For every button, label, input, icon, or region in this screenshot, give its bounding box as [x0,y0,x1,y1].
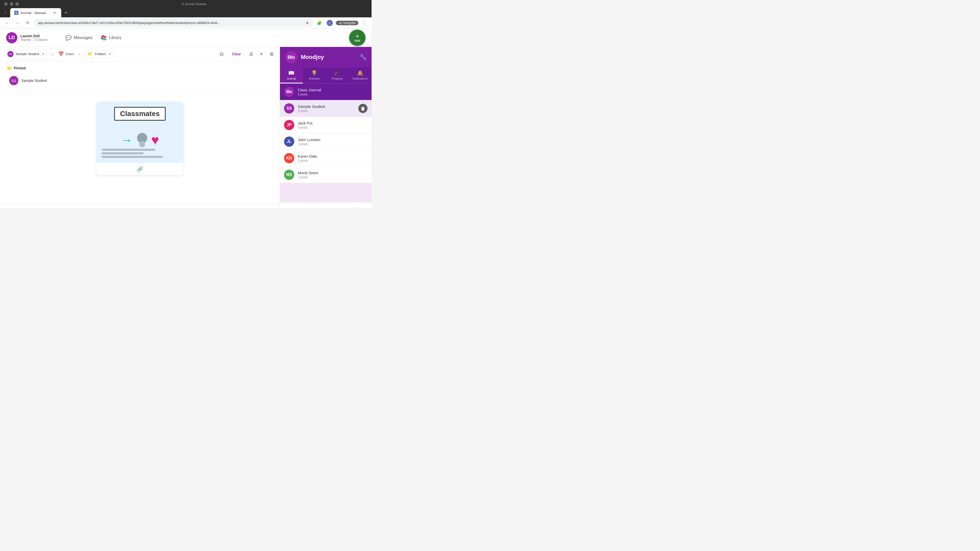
library-nav-link[interactable]: 📚 Library [100,33,121,43]
student-selector[interactable]: SS Sample Student ▾ [4,49,47,59]
class-avatar: Mo [285,51,298,63]
filter-button[interactable]: ⊟ [218,50,226,58]
settings-icon[interactable]: 🔧 [360,54,366,60]
link-icon[interactable]: 🔗 [137,166,143,172]
new-tab-button[interactable]: + [62,9,69,16]
tab-title: Journal - Seesaw [21,11,46,15]
student-name-4: Mordi Seem [298,171,368,175]
window-title: 8 Journal Seesaw [21,2,368,6]
url-text: app.seesaw.me/#/class/class.e01bf4c2-9a2… [38,21,304,25]
browser-reload-button[interactable]: ↻ [24,19,32,27]
window-minimize-button[interactable] [10,2,13,6]
student-item-0[interactable]: SS Sample Student 5 posts 📋 [280,100,372,117]
tab-notifications[interactable]: 🔔 Notifications [348,67,372,83]
chevron-left-icon: ‹ [5,11,6,15]
messages-icon: 💬 [65,35,72,41]
browser-forward-button[interactable]: → [13,19,21,27]
browser-back-button[interactable]: ← [3,19,11,27]
sidebar-header: Mo Moodjoy 🔧 [280,47,372,67]
student-name-3: Karen Dale [298,154,368,159]
chevron-right-icon: › [78,52,80,56]
student-action-icon-0[interactable]: 📋 [358,104,368,113]
post-lines [97,149,183,158]
clear-button[interactable]: Clear [228,51,245,58]
student-avatar-0: SS [284,103,294,114]
folder-icon: 📁 [88,52,93,56]
folder-selector[interactable]: 📁 Folders ▾ [84,50,115,58]
student-posts-2: 3 posts [298,142,368,146]
extensions-button[interactable]: 🧩 [315,19,324,27]
families-plus-icon: + [343,206,346,208]
plus-icon: + [64,10,67,16]
date-prev-button[interactable]: ‹ [49,51,56,58]
pinned-item[interactable]: SS Sample Student [6,74,274,87]
families-label: Families [348,207,361,208]
student-avatar-3: KD [284,153,294,163]
more-icon: ⋮ [362,20,367,26]
tab-activities[interactable]: 💡 Activities [303,67,326,83]
tab-progress[interactable]: 🎓 Progress [326,67,349,83]
list-icon: ≡ [260,51,263,57]
messages-nav-link[interactable]: 💬 Messages [65,33,92,43]
window-maximize-button[interactable] [15,2,19,6]
student-avatar-2: JL [284,137,294,147]
pinned-header: ⭐ Pinned [6,65,274,71]
post-area: Classmates → ♥ [0,92,280,204]
filter-icon: ⊟ [220,51,224,57]
incognito-icon: 🕵 [339,21,342,25]
folder-chevron-icon: ▾ [109,52,110,56]
bookmark-icon[interactable]: ★ [305,21,309,25]
tab-favicon: S [14,11,18,15]
active-tab[interactable]: S Journal - Seesaw ✕ [10,8,61,17]
pin-star-icon: ⭐ [6,65,12,71]
bottom-caption-bar: This is our class! ▾ [0,204,280,208]
class-name: Moodjoy [301,54,324,60]
tab-bar: ‹ S Journal - Seesaw ✕ + [0,8,372,17]
date-next-button[interactable]: › [75,51,82,58]
forward-icon: → [15,21,19,25]
student-item-4[interactable]: MS Mordi Seem 2 posts [280,167,372,183]
reload-icon: ↻ [26,21,29,25]
chevron-left-icon: ‹ [52,52,53,56]
post-illustration: → ♥ [116,133,164,147]
title-bar: 8 Journal Seesaw [0,0,372,8]
notifications-tab-icon: 🔔 [357,70,363,76]
post-card-footer: 🔗 [97,163,183,175]
add-button[interactable]: + Add [349,30,366,46]
browser-menu-button[interactable]: ⋮ [360,19,369,27]
families-button[interactable]: + Families [339,205,365,208]
main-content: SS Sample Student ▾ ‹ 📅 Dates › 📁 [0,47,372,208]
print-button[interactable]: 🖨 [247,50,255,58]
right-sidebar: Mo Moodjoy 🔧 📖 Journal 💡 Activities 🎓 [280,47,372,208]
expand-button[interactable]: ▾ [273,208,275,208]
heart-icon: ♥ [151,133,159,147]
students-button[interactable]: + Students [286,205,313,208]
student-item-2[interactable]: JL John Louises 3 posts [280,133,372,150]
notifications-tab-label: Notifications [352,77,368,80]
grid-view-button[interactable]: ⊞ [267,50,275,58]
class-journal-item[interactable]: Mo Class Journal 5 posts [280,84,372,100]
student-selector-avatar: SS [7,51,14,57]
address-bar[interactable]: app.seesaw.me/#/class/class.e01bf4c2-9a2… [34,19,313,27]
progress-tab-icon: 🎓 [334,70,340,76]
portfolio-icon: 📋 [360,106,366,111]
student-posts-0: 5 posts [298,109,355,113]
post-line-3 [102,156,163,158]
student-avatar-1: JP [284,120,294,130]
back-icon: ← [5,21,9,25]
profile-button[interactable]: L [326,19,334,27]
tab-back-button[interactable]: ‹ [2,9,9,16]
window-close-button[interactable] [4,2,8,6]
user-profile[interactable]: LD Lauren Deli Teacher - 2 Classes [6,32,57,43]
tab-journal[interactable]: 📖 Journal [280,67,303,83]
student-item-3[interactable]: KD Karen Dale 2 posts [280,150,372,166]
sidebar-content: Mo Class Journal 5 posts SS Sample Stude… [280,84,372,202]
student-item-1[interactable]: JP Jack Pot 3 posts [280,117,372,133]
arrow-icon: → [121,134,133,146]
dates-label: Dates [65,52,74,56]
progress-tab-label: Progress [331,77,343,80]
list-view-button[interactable]: ≡ [257,50,266,58]
grid-icon: ⊞ [270,51,274,57]
tab-close-button[interactable]: ✕ [52,10,57,15]
post-card-image: Classmates → ♥ [97,102,183,163]
